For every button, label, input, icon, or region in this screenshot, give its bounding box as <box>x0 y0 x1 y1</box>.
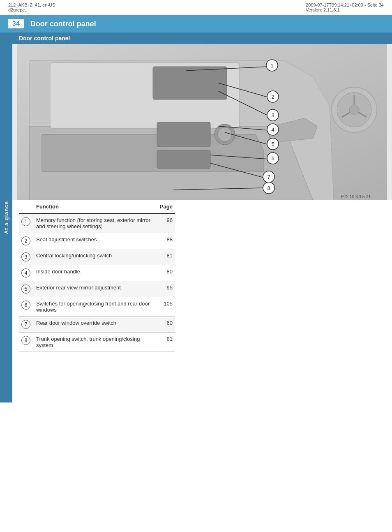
row-number-cell: 8 <box>19 333 34 352</box>
table-row: 3Central locking/unlocking switch81 <box>19 249 175 265</box>
col-function-header: Function <box>34 200 157 213</box>
svg-rect-2 <box>153 67 227 99</box>
row-page-cell: 81 <box>157 249 175 265</box>
page-number: 34 <box>8 19 24 28</box>
svg-rect-5 <box>218 127 232 141</box>
col-page-header: Page <box>157 200 175 213</box>
table-row: 1Memory function (for storing seat, exte… <box>19 213 175 233</box>
row-number-cell: 1 <box>19 213 34 233</box>
circle-number: 6 <box>21 301 30 310</box>
table-row: 5Exterior rear view mirror adjustment95 <box>19 281 175 297</box>
car-interior-svg: 1 2 3 4 5 6 7 <box>12 44 392 200</box>
col-num-header <box>19 200 34 213</box>
row-number-cell: 3 <box>19 249 34 265</box>
circle-number: 2 <box>21 236 30 245</box>
car-image-area: 1 2 3 4 5 6 7 <box>12 44 392 200</box>
header-right: 2009-07-17T09:14:21+02:00 - Seite 34 Ver… <box>306 2 384 12</box>
circle-number: 4 <box>21 268 30 278</box>
row-function-cell: Memory function (for storing seat, exter… <box>34 213 157 233</box>
svg-text:P72.10-3705-31: P72.10-3705-31 <box>341 194 371 199</box>
svg-text:2: 2 <box>271 94 274 100</box>
circle-number: 7 <box>21 320 30 329</box>
sidebar: At a glance <box>0 32 12 402</box>
table-row: 8Trunk opening switch, trunk opening/clo… <box>19 333 175 352</box>
function-table: Function Page 1Memory function (for stor… <box>19 200 175 352</box>
circle-number: 1 <box>21 217 30 226</box>
circle-number: 8 <box>21 336 30 345</box>
svg-text:3: 3 <box>271 112 274 118</box>
row-number-cell: 5 <box>19 281 34 297</box>
table-row: 4Inside door handle80 <box>19 265 175 281</box>
row-function-cell: Seat adjustment switches <box>34 233 157 249</box>
table-row: 7Rear door window override switch60 <box>19 317 175 333</box>
svg-text:6: 6 <box>271 155 274 162</box>
page-title: Door control panel <box>30 20 96 28</box>
row-page-cell: 60 <box>157 317 175 333</box>
svg-text:1: 1 <box>270 62 273 69</box>
table-row: 6Switches for opening/closing front and … <box>19 297 175 317</box>
main-content: At a glance Door control panel <box>0 32 392 402</box>
header-meta: 212_AKB; 2; 41, en-US d2urepe, 2009-07-1… <box>0 0 392 15</box>
svg-text:5: 5 <box>271 141 274 147</box>
svg-point-12 <box>349 105 359 115</box>
row-page-cell: 95 <box>157 281 175 297</box>
row-page-cell: 80 <box>157 265 175 281</box>
row-function-cell: Trunk opening switch, trunk opening/clos… <box>34 333 157 352</box>
page-title-bar: 34 Door control panel <box>0 15 392 32</box>
svg-rect-3 <box>157 122 210 147</box>
row-function-cell: Exterior rear view mirror adjustment <box>34 281 157 297</box>
circle-number: 3 <box>21 252 30 261</box>
svg-text:4: 4 <box>271 127 274 133</box>
circle-number: 5 <box>21 285 30 294</box>
row-page-cell: 88 <box>157 233 175 249</box>
row-page-cell: 96 <box>157 213 175 233</box>
svg-rect-6 <box>157 150 210 169</box>
row-function-cell: Inside door handle <box>34 265 157 281</box>
svg-text:8: 8 <box>267 185 270 191</box>
row-number-cell: 4 <box>19 265 34 281</box>
section-title: Door control panel <box>12 32 392 44</box>
row-function-cell: Rear door window override switch <box>34 317 157 333</box>
row-number-cell: 6 <box>19 297 34 317</box>
row-function-cell: Switches for opening/closing front and r… <box>34 297 157 317</box>
row-number-cell: 2 <box>19 233 34 249</box>
row-page-cell: 81 <box>157 333 175 352</box>
table-row: 2Seat adjustment switches88 <box>19 233 175 249</box>
svg-text:7: 7 <box>267 174 270 180</box>
header-left: 212_AKB; 2; 41, en-US d2urepe, <box>8 2 55 12</box>
row-number-cell: 7 <box>19 317 34 333</box>
sidebar-label: At a glance <box>3 201 9 234</box>
content-area: Door control panel <box>12 32 392 402</box>
row-page-cell: 105 <box>157 297 175 317</box>
row-function-cell: Central locking/unlocking switch <box>34 249 157 265</box>
